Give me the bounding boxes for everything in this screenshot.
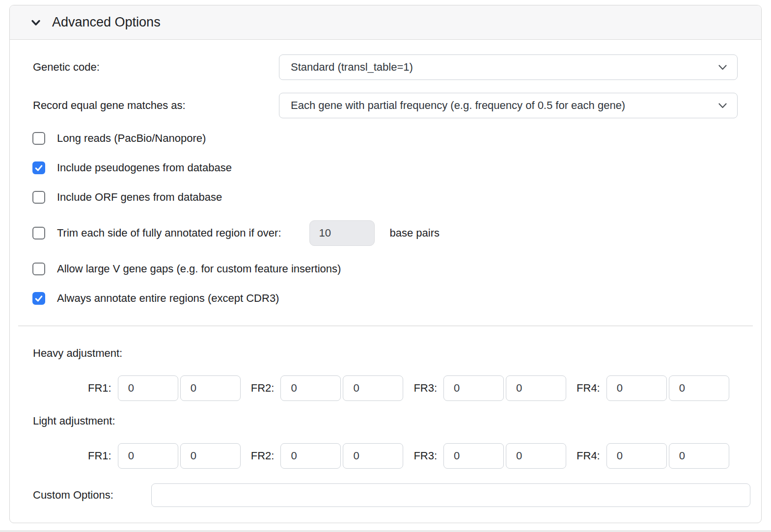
light-fr3-label: FR3: <box>413 450 437 462</box>
include-orf-genes-row: Include ORF genes from database <box>32 191 761 204</box>
checkmark-icon <box>34 163 44 173</box>
include-orf-genes-checkbox[interactable] <box>32 191 45 204</box>
heavy-fr2-label: FR2: <box>251 382 275 395</box>
trim-length-input[interactable] <box>309 220 375 246</box>
light-fr1-input-1[interactable] <box>118 443 178 469</box>
custom-options-row: Custom Options: <box>33 483 750 507</box>
heavy-fr2-input-2[interactable] <box>343 375 403 401</box>
record-equal-gene-matches-select[interactable]: Each gene with partial frequency (e.g. f… <box>279 93 738 118</box>
light-fr2-group: FR2: <box>251 443 404 469</box>
chevron-down-icon <box>718 103 727 108</box>
allow-v-gene-gaps-row: Allow large V gene gaps (e.g. for custom… <box>32 263 761 275</box>
heavy-fr4-label: FR4: <box>577 382 600 395</box>
custom-options-input[interactable] <box>151 483 750 507</box>
genetic-code-select[interactable]: Standard (transl_table=1) <box>279 54 738 80</box>
genetic-code-row: Genetic code: Standard (transl_table=1) <box>33 54 761 80</box>
light-fr4-label: FR4: <box>577 450 600 462</box>
trim-region-row: Trim each side of fully annotated region… <box>32 220 761 246</box>
heavy-fr4-group: FR4: <box>577 375 729 401</box>
include-pseudogenes-row: Include pseudogenes from database <box>32 161 761 174</box>
heavy-fr4-input-1[interactable] <box>606 375 667 401</box>
advanced-options-header[interactable]: Advanced Options <box>10 5 761 40</box>
heavy-fr4-input-2[interactable] <box>669 375 729 401</box>
trim-region-label: Trim each side of fully annotated region… <box>57 227 281 239</box>
trim-region-checkbox[interactable] <box>32 227 45 239</box>
genetic-code-selected-value: Standard (transl_table=1) <box>291 61 413 74</box>
heavy-fr1-label: FR1: <box>88 382 111 395</box>
long-reads-label: Long reads (PacBio/Nanopore) <box>57 132 206 145</box>
panel-title: Advanced Options <box>52 15 161 30</box>
record-equal-gene-matches-label: Record equal gene matches as: <box>33 99 279 112</box>
include-pseudogenes-checkbox[interactable] <box>32 161 45 174</box>
heavy-fr1-input-1[interactable] <box>118 375 178 401</box>
genetic-code-label: Genetic code: <box>33 61 279 74</box>
always-annotate-checkbox[interactable] <box>32 292 45 305</box>
section-divider <box>18 325 753 326</box>
always-annotate-row: Always annotate entire regions (except C… <box>32 292 761 305</box>
light-fr2-label: FR2: <box>251 450 275 462</box>
heavy-fr1-group: FR1: <box>88 375 241 401</box>
custom-options-label: Custom Options: <box>33 489 151 502</box>
advanced-options-panel: Advanced Options Genetic code: Standard … <box>9 5 762 523</box>
chevron-down-icon <box>718 65 727 70</box>
include-orf-genes-label: Include ORF genes from database <box>57 191 222 204</box>
light-fr2-input-1[interactable] <box>280 443 341 469</box>
allow-v-gene-gaps-label: Allow large V gene gaps (e.g. for custom… <box>57 263 341 275</box>
light-fr3-input-2[interactable] <box>506 443 566 469</box>
always-annotate-label: Always annotate entire regions (except C… <box>57 292 279 305</box>
next-section-divider <box>0 531 771 532</box>
heavy-fr3-label: FR3: <box>413 382 437 395</box>
long-reads-checkbox[interactable] <box>32 132 45 145</box>
light-fr1-label: FR1: <box>88 450 111 462</box>
include-pseudogenes-label: Include pseudogenes from database <box>57 161 232 174</box>
light-adjustment-label: Light adjustment: <box>33 415 761 427</box>
light-fr3-group: FR3: <box>413 443 566 469</box>
checkmark-icon <box>34 293 44 303</box>
light-fr3-input-1[interactable] <box>443 443 504 469</box>
light-fr2-input-2[interactable] <box>343 443 403 469</box>
record-equal-gene-matches-row: Record equal gene matches as: Each gene … <box>33 93 761 118</box>
record-equal-gene-matches-selected-value: Each gene with partial frequency (e.g. f… <box>291 99 625 112</box>
light-fr1-group: FR1: <box>88 443 241 469</box>
heavy-fr1-input-2[interactable] <box>180 375 241 401</box>
long-reads-row: Long reads (PacBio/Nanopore) <box>32 132 761 145</box>
heavy-adjustment-row: FR1: FR2: FR3: FR4: <box>88 375 761 401</box>
light-fr1-input-2[interactable] <box>180 443 241 469</box>
light-fr4-group: FR4: <box>577 443 729 469</box>
light-adjustment-row: FR1: FR2: FR3: FR4: <box>88 443 761 469</box>
light-fr4-input-1[interactable] <box>606 443 667 469</box>
heavy-fr3-input-2[interactable] <box>506 375 566 401</box>
chevron-down-icon <box>29 16 43 29</box>
trim-units-label: base pairs <box>390 227 440 239</box>
light-fr4-input-2[interactable] <box>669 443 729 469</box>
allow-v-gene-gaps-checkbox[interactable] <box>32 263 45 275</box>
heavy-adjustment-label: Heavy adjustment: <box>33 347 761 360</box>
panel-body: Genetic code: Standard (transl_table=1) … <box>10 40 761 507</box>
heavy-fr2-group: FR2: <box>251 375 404 401</box>
heavy-fr3-group: FR3: <box>413 375 566 401</box>
heavy-fr3-input-1[interactable] <box>443 375 504 401</box>
heavy-fr2-input-1[interactable] <box>280 375 341 401</box>
